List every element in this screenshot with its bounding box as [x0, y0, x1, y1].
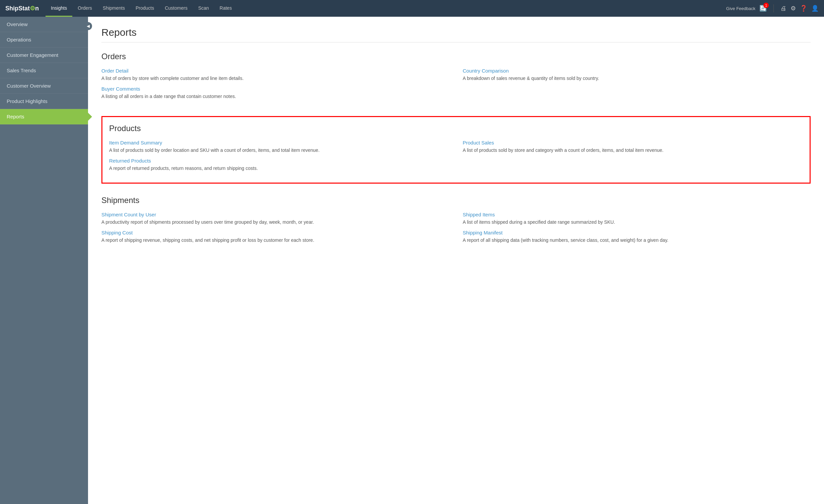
section-products-title: Products: [109, 124, 803, 133]
shipping-manifest-link[interactable]: Shipping Manifest: [463, 230, 811, 235]
refresh-notification-icon[interactable]: 🔄 1: [759, 5, 767, 12]
product-sales-link[interactable]: Product Sales: [463, 140, 803, 145]
top-nav: ShipStat⚙n Insights Orders Shipments Pro…: [0, 0, 824, 17]
shipped-items-desc: A list of items shipped during a specifi…: [463, 219, 811, 226]
section-orders-title: Orders: [101, 52, 811, 61]
report-col-left-products: Item Demand Summary A list of products s…: [109, 140, 449, 176]
report-item-order-detail: Order Detail A list of orders by store w…: [101, 68, 449, 82]
sidebar-toggle-button[interactable]: ◀: [84, 22, 92, 30]
country-comparison-link[interactable]: Country Comparison: [463, 68, 811, 74]
buyer-comments-link[interactable]: Buyer Comments: [101, 86, 449, 92]
report-item-product-sales: Product Sales A list of products sold by…: [463, 140, 803, 154]
nav-right: Give Feedback 🔄 1 🖨 ⚙ ❓ 👤: [726, 4, 819, 12]
layout: ◀ Overview Operations Customer Engagemen…: [0, 17, 824, 504]
notification-badge: 1: [763, 3, 769, 8]
shipping-manifest-desc: A report of all shipping data (with trac…: [463, 237, 811, 244]
report-item-shipping-manifest: Shipping Manifest A report of all shippi…: [463, 230, 811, 244]
shipped-items-link[interactable]: Shipped Items: [463, 212, 811, 217]
report-item-shipping-cost: Shipping Cost A report of shipping reven…: [101, 230, 449, 244]
returned-products-desc: A report of returned products, return re…: [109, 165, 449, 172]
help-icon[interactable]: ❓: [800, 5, 807, 12]
shipping-cost-desc: A report of shipping revenue, shipping c…: [101, 237, 449, 244]
sidebar-item-reports[interactable]: Reports: [0, 109, 88, 124]
sidebar-item-sales-trends[interactable]: Sales Trends: [0, 63, 88, 78]
report-item-country-comparison: Country Comparison A breakdown of sales …: [463, 68, 811, 82]
page-title: Reports: [101, 27, 811, 38]
report-col-left-shipments: Shipment Count by User A productivity re…: [101, 212, 449, 248]
report-item-item-demand: Item Demand Summary A list of products s…: [109, 140, 449, 154]
shipment-count-by-user-desc: A productivity report of shipments proce…: [101, 219, 449, 226]
product-sales-desc: A list of products sold by store and cat…: [463, 147, 803, 154]
products-grid: Item Demand Summary A list of products s…: [109, 140, 803, 176]
shipping-cost-link[interactable]: Shipping Cost: [101, 230, 449, 235]
section-orders: Orders Order Detail A list of orders by …: [101, 52, 811, 104]
nav-item-orders[interactable]: Orders: [72, 0, 97, 17]
section-shipments-title: Shipments: [101, 196, 811, 205]
item-demand-summary-desc: A list of products sold by order locatio…: [109, 147, 449, 154]
report-item-returned-products: Returned Products A report of returned p…: [109, 158, 449, 172]
sidebar-item-customer-overview[interactable]: Customer Overview: [0, 78, 88, 94]
sidebar: ◀ Overview Operations Customer Engagemen…: [0, 17, 88, 504]
report-col-right-shipments: Shipped Items A list of items shipped du…: [463, 212, 811, 248]
settings-icon[interactable]: ⚙: [791, 5, 796, 12]
nav-item-shipments[interactable]: Shipments: [97, 0, 130, 17]
give-feedback-button[interactable]: Give Feedback: [726, 6, 755, 11]
report-item-shipped-items: Shipped Items A list of items shipped du…: [463, 212, 811, 226]
sidebar-item-operations[interactable]: Operations: [0, 32, 88, 47]
report-col-left-orders: Order Detail A list of orders by store w…: [101, 68, 449, 104]
sidebar-item-overview[interactable]: Overview: [0, 17, 88, 32]
logo-gear-icon: ⚙: [30, 5, 35, 12]
nav-item-rates[interactable]: Rates: [214, 0, 237, 17]
user-avatar-icon[interactable]: 👤: [811, 5, 819, 12]
report-col-right-products: Product Sales A list of products sold by…: [463, 140, 803, 176]
sidebar-item-customer-engagement[interactable]: Customer Engagement: [0, 47, 88, 63]
report-item-shipment-count: Shipment Count by User A productivity re…: [101, 212, 449, 226]
returned-products-link[interactable]: Returned Products: [109, 158, 449, 164]
shipment-count-by-user-link[interactable]: Shipment Count by User: [101, 212, 449, 217]
logo: ShipStat⚙n: [5, 5, 39, 12]
report-item-buyer-comments: Buyer Comments A listing of all orders i…: [101, 86, 449, 100]
nav-divider: [773, 4, 774, 12]
nav-item-insights[interactable]: Insights: [46, 0, 72, 17]
item-demand-summary-link[interactable]: Item Demand Summary: [109, 140, 449, 145]
report-col-right-orders: Country Comparison A breakdown of sales …: [463, 68, 811, 104]
main-content: Reports Orders Order Detail A list of or…: [88, 17, 824, 504]
nav-item-scan[interactable]: Scan: [193, 0, 214, 17]
print-icon[interactable]: 🖨: [780, 5, 787, 12]
shipments-grid: Shipment Count by User A productivity re…: [101, 212, 811, 248]
buyer-comments-desc: A listing of all orders in a date range …: [101, 93, 449, 100]
page-divider: [101, 42, 811, 42]
nav-items: Insights Orders Shipments Products Custo…: [46, 0, 726, 17]
orders-grid: Order Detail A list of orders by store w…: [101, 68, 811, 104]
section-shipments: Shipments Shipment Count by User A produ…: [101, 196, 811, 248]
nav-item-customers[interactable]: Customers: [159, 0, 193, 17]
order-detail-desc: A list of orders by store with complete …: [101, 75, 449, 82]
sidebar-item-product-highlights[interactable]: Product Highlights: [0, 94, 88, 109]
order-detail-link[interactable]: Order Detail: [101, 68, 449, 74]
country-comparison-desc: A breakdown of sales revenue & quantity …: [463, 75, 811, 82]
nav-item-products[interactable]: Products: [130, 0, 159, 17]
section-products: Products Item Demand Summary A list of p…: [101, 116, 811, 184]
